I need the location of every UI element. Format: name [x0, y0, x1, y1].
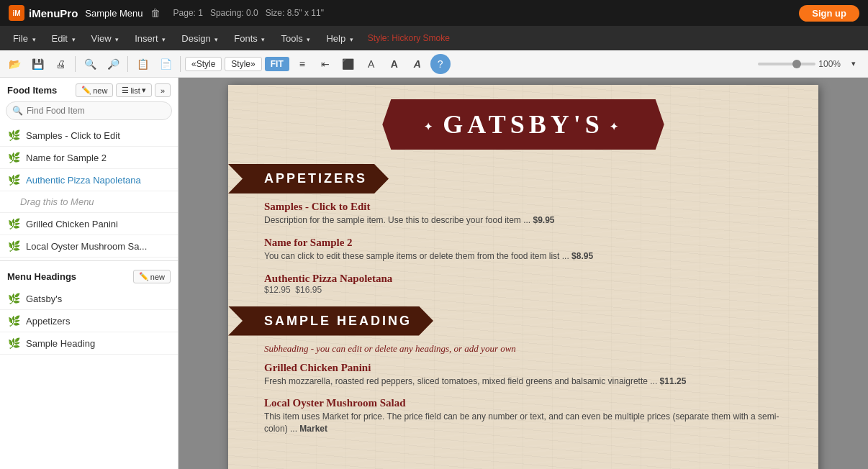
menu-headings-label: Menu Headings	[7, 271, 76, 282]
menu-name[interactable]: Sample Menu	[85, 8, 143, 19]
item-icon-pizza: 🌿	[7, 174, 20, 186]
list-item[interactable]: 🌿 Authentic Pizza Napoletana	[0, 169, 178, 191]
menu-file[interactable]: File ▾	[6, 30, 43, 47]
menu-page[interactable]: GATSBY'S APPETIZERS Samples - Click to E…	[228, 85, 818, 469]
print-btn[interactable]: 🖨	[50, 54, 71, 74]
menu-fonts[interactable]: Fonts ▾	[227, 30, 272, 47]
list-item[interactable]: 🌿 Samples - Click to Edit	[0, 124, 178, 147]
main-layout: Food Items ✏️ new ☰ list ▾ » 🔍	[0, 78, 868, 469]
save-btn[interactable]: 💾	[27, 54, 48, 74]
appetizers-heading: APPETIZERS	[228, 164, 790, 193]
subheading-text: Subheading - you can edit or delete any …	[257, 343, 790, 355]
font-style-btn[interactable]: A	[407, 54, 428, 74]
open-folder-btn[interactable]: 📂	[4, 54, 24, 74]
food-items-label: Food Items	[7, 85, 57, 96]
menu-insert[interactable]: Insert ▾	[127, 30, 173, 47]
item-label-panini: Grilled Chicken Panini	[26, 219, 118, 229]
menu-headings-list: 🌿 Gatsby's 🌿 Appetizers 🌿 Sample Heading	[0, 288, 178, 355]
restaurant-name: GATSBY'S	[382, 99, 664, 150]
zoom-in-btn[interactable]: 🔍	[80, 54, 100, 74]
logo-text: iMenuPro	[29, 7, 78, 19]
item-label-samples: Samples - Click to Edit	[26, 130, 120, 141]
item-label-sample2: Name for Sample 2	[26, 152, 107, 163]
list-indent-btn[interactable]: ≡	[292, 54, 312, 74]
sample-heading-section: SAMPLE HEADING	[228, 306, 790, 336]
list-food-item-btn[interactable]: ☰ list ▾	[116, 83, 151, 97]
list-icon: ☰	[122, 86, 129, 95]
new-heading-btn[interactable]: ✏️ new	[133, 270, 171, 283]
menu-edit[interactable]: Edit ▾	[45, 30, 83, 47]
expand-sidebar-btn[interactable]: »	[155, 83, 171, 97]
item-label-sample-heading: Sample Heading	[26, 338, 95, 349]
zoom-reset-btn[interactable]: ▾	[844, 54, 864, 74]
list-item[interactable]: 🌿 Local Oyster Mushroom Sa...	[0, 235, 178, 258]
menu-headings-actions: ✏️ new	[133, 270, 171, 283]
item-icon-gatsbys: 🌿	[7, 293, 20, 304]
page-info: Page: 1	[173, 8, 203, 18]
fit-btn[interactable]: FIT	[265, 57, 289, 71]
size-info: Size: 8.5" x 11"	[266, 8, 324, 18]
food-items-list: 🌿 Samples - Click to Edit 🌿 Name for Sam…	[0, 124, 178, 258]
menu-design[interactable]: Design ▾	[174, 30, 225, 47]
paste-style-btn[interactable]: 📄	[155, 54, 176, 74]
menu-item-entry[interactable]: Grilled Chicken Panini Fresh mozzarella,…	[257, 362, 790, 388]
logo: iM iMenuPro	[9, 5, 78, 21]
item-name-samples: Samples - Click to Edit	[264, 201, 782, 213]
style-left-btn[interactable]: «Style	[185, 57, 222, 71]
spacing-info: Spacing: 0.0	[210, 8, 258, 18]
list-item[interactable]: 🌿 Appetizers	[0, 310, 178, 332]
menu-item-entry[interactable]: Samples - Click to Edit Description for …	[257, 201, 790, 227]
search-input[interactable]	[6, 101, 172, 120]
trash-icon[interactable]: 🗑	[150, 7, 161, 19]
list-item[interactable]: 🌿 Gatsby's	[0, 288, 178, 310]
item-name-oyster: Local Oyster Mushroom Salad	[264, 397, 782, 409]
item-icon-samples: 🌿	[7, 129, 20, 141]
list-item[interactable]: 🌿 Sample Heading	[0, 332, 178, 355]
logo-icon: iM	[9, 5, 24, 21]
item-icon-panini: 🌿	[7, 218, 20, 229]
canvas-area[interactable]: GATSBY'S APPETIZERS Samples - Click to E…	[178, 78, 868, 469]
new-food-item-btn[interactable]: ✏️ new	[76, 83, 113, 97]
food-items-header: Food Items ✏️ new ☰ list ▾ »	[0, 78, 178, 101]
menu-tools[interactable]: Tools ▾	[273, 30, 317, 47]
item-name-sample2: Name for Sample 2	[264, 237, 782, 249]
list-outdent-btn[interactable]: ⇤	[315, 54, 335, 74]
align-left-btn[interactable]: ⬛	[338, 54, 358, 74]
edit-icon: ✏️	[81, 86, 91, 95]
menu-item-entry[interactable]: Name for Sample 2 You can click to edit …	[257, 237, 790, 263]
sidebar-divider-1	[0, 260, 178, 261]
drag-label: Drag this to Menu	[20, 196, 94, 207]
sample-heading-text: SAMPLE HEADING	[228, 306, 433, 336]
search-box: 🔍	[6, 101, 172, 120]
item-icon-sample2: 🌿	[7, 152, 20, 163]
style-right-btn[interactable]: Style»	[225, 57, 261, 71]
edit-icon-2: ✏️	[139, 272, 149, 281]
zoom-out-btn[interactable]: 🔎	[103, 54, 123, 74]
list-item[interactable]: 🌿 Name for Sample 2	[0, 147, 178, 169]
font-size-btn[interactable]: A	[361, 54, 381, 74]
menu-item-entry[interactable]: Local Oyster Mushroom Salad This item us…	[257, 397, 790, 435]
sign-up-button[interactable]: Sign up	[799, 5, 859, 22]
list-item[interactable]: 🌿 Grilled Chicken Panini	[0, 213, 178, 235]
copy-style-btn[interactable]: 📋	[132, 54, 153, 74]
item-desc-panini: Fresh mozzarella, roasted red peppers, s…	[264, 375, 782, 388]
zoom-slider[interactable]	[758, 63, 815, 65]
zoom-slider-thumb[interactable]	[792, 60, 801, 68]
item-desc-oyster: This item uses Market for price. The pri…	[264, 411, 782, 435]
list-item-drag[interactable]: Drag this to Menu	[0, 191, 178, 213]
zoom-percent: 100%	[818, 59, 841, 69]
menu-item-entry[interactable]: Authentic Pizza Napoletana $12.95 $16.95	[257, 273, 790, 295]
menu-help[interactable]: Help ▾	[319, 30, 360, 47]
toolbar-divider-1	[75, 56, 76, 72]
chevron-down-icon: ▾	[142, 86, 146, 95]
item-desc-sample2: You can click to edit these sample items…	[264, 250, 782, 263]
help-btn[interactable]: ?	[430, 54, 451, 74]
menu-headings-header: Menu Headings ✏️ new	[0, 264, 178, 288]
toolbar-divider-3	[180, 56, 181, 72]
font-bigger-btn[interactable]: A	[384, 54, 404, 74]
item-price-pizza: $12.95 $16.95	[264, 285, 782, 295]
menu-view[interactable]: View ▾	[84, 30, 127, 47]
item-label-oyster: Local Oyster Mushroom Sa...	[26, 241, 147, 252]
zoom-area: 100% ▾	[758, 54, 864, 74]
search-icon: 🔍	[12, 106, 23, 116]
